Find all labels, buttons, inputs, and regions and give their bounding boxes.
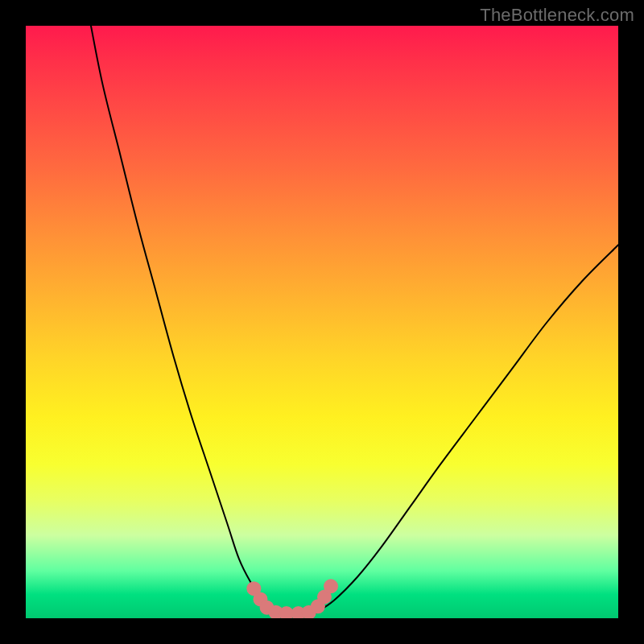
bottleneck-curve: [91, 26, 618, 616]
curves-svg: [26, 26, 618, 618]
chart-frame: TheBottleneck.com: [0, 0, 644, 644]
watermark-text: TheBottleneck.com: [480, 5, 634, 26]
marker-group: [246, 579, 338, 618]
series-group: [91, 26, 618, 616]
plot-area: [26, 26, 618, 618]
highlight-dot: [324, 579, 338, 593]
